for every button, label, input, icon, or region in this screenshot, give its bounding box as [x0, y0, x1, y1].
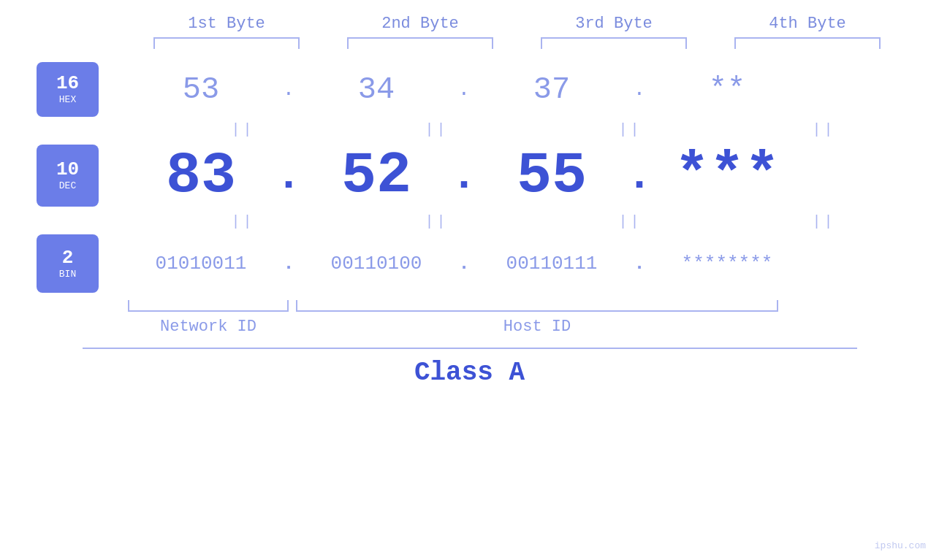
- bottom-brackets: [128, 300, 902, 312]
- bin-dot2: .: [449, 253, 479, 275]
- eq4: ||: [751, 121, 897, 138]
- eq3: ||: [558, 121, 704, 138]
- bin-dot3: .: [625, 253, 654, 275]
- dec-row: 10 DEC 83 . 52 . 55 . ***: [0, 142, 939, 209]
- equals-row-2: || || || ||: [146, 212, 921, 231]
- bin-dot1: .: [274, 253, 303, 275]
- hex-dot3: .: [625, 78, 654, 101]
- dec-byte1: 83: [128, 142, 274, 209]
- eq1: ||: [170, 121, 316, 138]
- top-brackets: [130, 37, 905, 49]
- dec-byte3: 55: [479, 142, 625, 209]
- dec-byte4: ***: [654, 142, 800, 209]
- id-labels: Network ID Host ID: [128, 318, 902, 336]
- dec-base-number: 10: [56, 160, 79, 179]
- dec-base-label: DEC: [59, 180, 76, 191]
- class-row: Class A: [0, 348, 939, 388]
- bin-byte1: 01010011: [128, 253, 274, 275]
- eq6: ||: [364, 213, 510, 230]
- class-line: [83, 348, 857, 349]
- bracket-4: [734, 37, 881, 49]
- bin-row: 2 BIN 01010011 . 00110100 . 00110111 . *…: [0, 234, 939, 293]
- hex-values: 53 . 34 . 37 . **: [128, 72, 939, 107]
- hex-byte2: 34: [303, 72, 449, 107]
- host-bracket: [296, 300, 778, 312]
- dec-badge: 10 DEC: [37, 145, 99, 207]
- hex-badge: 16 HEX: [37, 62, 99, 117]
- hex-dot2: .: [449, 78, 479, 101]
- network-bracket: [128, 300, 289, 312]
- bracket-2: [347, 37, 493, 49]
- byte2-label: 2nd Byte: [340, 15, 501, 33]
- eq5: ||: [170, 213, 316, 230]
- class-label: Class A: [414, 358, 525, 388]
- dec-dot3: .: [625, 151, 654, 201]
- hex-byte3: 37: [479, 72, 625, 107]
- hex-byte4: **: [654, 72, 800, 107]
- byte3-label: 3rd Byte: [533, 15, 694, 33]
- dec-dot1: .: [274, 151, 303, 201]
- dec-dot2: .: [449, 151, 479, 201]
- dec-byte2: 52: [303, 142, 449, 209]
- bin-base-number: 2: [62, 248, 74, 267]
- hex-base-number: 16: [56, 74, 79, 93]
- equals-row-1: || || || ||: [146, 120, 921, 139]
- bracket-1: [153, 37, 300, 49]
- bracket-3: [541, 37, 687, 49]
- host-id-label: Host ID: [296, 318, 778, 336]
- byte4-label: 4th Byte: [727, 15, 888, 33]
- eq7: ||: [558, 213, 704, 230]
- eq2: ||: [364, 121, 510, 138]
- hex-row: 16 HEX 53 . 34 . 37 . **: [0, 62, 939, 117]
- watermark: ipshu.com: [875, 540, 926, 551]
- bin-byte4: ********: [654, 253, 800, 275]
- bin-byte3: 00110111: [479, 253, 625, 275]
- bin-base-label: BIN: [59, 269, 76, 280]
- hex-byte1: 53: [128, 72, 274, 107]
- main-container: 1st Byte 2nd Byte 3rd Byte 4th Byte 16 H…: [0, 0, 939, 560]
- bin-byte2: 00110100: [303, 253, 449, 275]
- bin-badge: 2 BIN: [37, 234, 99, 293]
- eq8: ||: [751, 213, 897, 230]
- bottom-section: Network ID Host ID: [0, 300, 939, 336]
- byte-headers: 1st Byte 2nd Byte 3rd Byte 4th Byte: [130, 15, 905, 33]
- dec-values: 83 . 52 . 55 . ***: [128, 142, 939, 209]
- network-id-label: Network ID: [128, 318, 289, 336]
- hex-dot1: .: [274, 78, 303, 101]
- bin-values: 01010011 . 00110100 . 00110111 . *******…: [128, 253, 939, 275]
- hex-base-label: HEX: [59, 94, 76, 105]
- byte1-label: 1st Byte: [146, 15, 307, 33]
